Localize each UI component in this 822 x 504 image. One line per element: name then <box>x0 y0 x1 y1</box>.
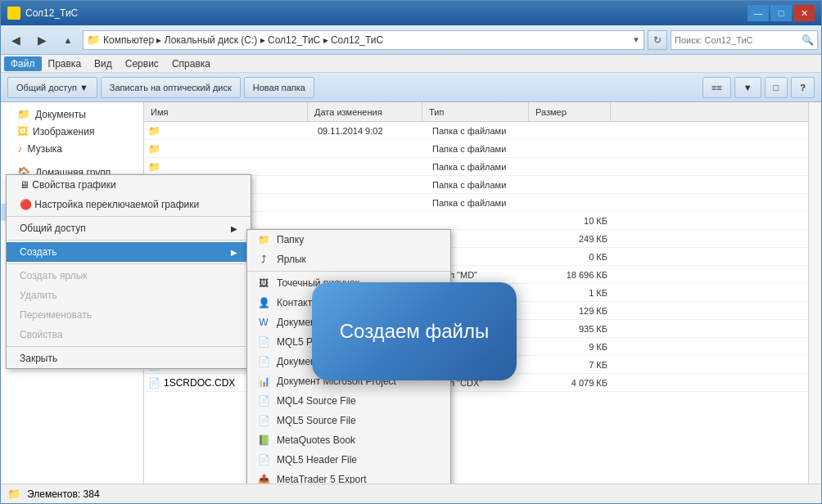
shortcut-icon: ⤴ <box>257 253 270 266</box>
scrollbar[interactable] <box>808 102 821 484</box>
sidebar-item-documents[interactable]: 📁 Документы <box>1 106 143 123</box>
tooltip-text: Создаем файлы <box>340 320 490 343</box>
mt5-icon: 📤 <box>257 473 270 484</box>
music-icon: ♪ <box>17 142 23 155</box>
folder-icon: 📁 <box>147 142 160 155</box>
address-path: Компьютер ▸ Локальный диск (C:) ▸ Сол12_… <box>103 34 629 46</box>
submenu-item-folder[interactable]: 📁 Папку <box>247 230 450 250</box>
menu-view[interactable]: Вид <box>88 56 119 71</box>
burn-button[interactable]: Записать на оптический диск <box>101 77 241 98</box>
menu-item-properties: Свойства <box>7 325 251 344</box>
table-row[interactable]: 📁 09.11.2014 9:02 Папка с файлами <box>144 122 808 140</box>
title-bar-left: Сол12_ТиС <box>7 7 78 20</box>
menu-item-create[interactable]: Создать ▶ <box>7 242 251 262</box>
new-folder-button[interactable]: Новая папка <box>244 77 314 98</box>
menu-item-shared-access[interactable]: Общий доступ ▶ <box>7 218 251 238</box>
project-icon: 📊 <box>257 375 270 388</box>
address-bar[interactable]: 📁 Компьютер ▸ Локальный диск (C:) ▸ Сол1… <box>83 30 644 50</box>
search-icon: 🔍 <box>802 34 814 46</box>
folder-icon: 📁 <box>147 160 160 173</box>
sidebar-section-favorites: 📁 Документы 🖼 Изображения ♪ Музыка <box>1 106 143 157</box>
shared-access-label: Общий доступ ▼ <box>16 83 88 92</box>
submenu-arrow-2: ▶ <box>231 248 237 257</box>
toolbar-right: ≡≡ ▼ □ ? <box>702 77 815 98</box>
search-bar[interactable]: 🔍 <box>671 30 818 50</box>
file-icon: 📄 <box>147 376 160 389</box>
file-menu-dropdown: 🖥 Свойства графики 🔴 Настройка переключа… <box>6 174 251 369</box>
status-bar: 📁 Элементов: 384 <box>1 484 821 503</box>
preview-button[interactable]: □ <box>765 77 788 98</box>
doc-icon: 📄 <box>257 355 270 368</box>
menu-edit[interactable]: Правка <box>42 56 88 71</box>
submenu-item-mql5[interactable]: 📄 MQL5 Source File <box>247 411 450 430</box>
menu-tools[interactable]: Сервис <box>119 56 165 71</box>
col-header-type[interactable]: Тип <box>422 102 529 121</box>
submenu-item-mt5export[interactable]: 📤 MetaTrader 5 Export <box>247 470 450 484</box>
sidebar-item-images[interactable]: 🖼 Изображения <box>1 123 143 140</box>
menu-item-delete: Удалить <box>7 286 251 305</box>
title-bar: Сол12_ТиС — □ ✕ <box>1 1 821 25</box>
table-row[interactable]: 📁 Папка с файлами <box>144 140 808 158</box>
back-button[interactable]: ◀ <box>4 29 27 51</box>
col-header-date[interactable]: Дата изменения <box>308 102 422 121</box>
sidebar-item-music[interactable]: ♪ Музыка <box>1 140 143 157</box>
tooltip-overlay: Создаем файлы <box>312 282 517 380</box>
toolbar: Общий доступ ▼ Записать на оптический ди… <box>1 73 821 102</box>
navigation-bar: ◀ ▶ ▲ 📁 Компьютер ▸ Локальный диск (C:) … <box>1 25 821 55</box>
bmp-icon: 🖼 <box>257 277 270 290</box>
new-folder-label: Новая папка <box>253 83 305 92</box>
submenu-item-metaquotes[interactable]: 📗 MetaQuotes Book <box>247 430 450 450</box>
col-header-name[interactable]: Имя <box>144 102 308 121</box>
metaquotes-icon: 📗 <box>257 434 270 447</box>
status-folder-icon: 📁 <box>7 488 20 500</box>
title-bar-controls: — □ ✕ <box>747 5 815 21</box>
contact-icon: 👤 <box>257 296 270 309</box>
window-icon <box>7 7 20 20</box>
folder-icon: 📁 <box>17 108 30 120</box>
mql5header-icon: 📄 <box>257 453 270 466</box>
submenu-arrow: ▶ <box>231 224 237 233</box>
table-row[interactable]: 📁 Папка с файлами <box>144 158 808 176</box>
submenu-item-shortcut[interactable]: ⤴ Ярлык <box>247 250 450 269</box>
folder-icon: 📁 <box>147 124 160 137</box>
main-window: Сол12_ТиС — □ ✕ ◀ ▶ ▲ 📁 Компьютер ▸ Лока… <box>0 0 822 504</box>
mql5-icon: 📄 <box>257 414 270 427</box>
minimize-button[interactable]: — <box>747 5 769 21</box>
mql4-icon: 📄 <box>257 394 270 407</box>
address-dropdown-arrow[interactable]: ▼ <box>632 35 640 44</box>
close-button[interactable]: ✕ <box>793 5 815 21</box>
search-input[interactable] <box>675 35 798 45</box>
burn-label: Записать на оптический диск <box>110 83 232 92</box>
forward-button[interactable]: ▶ <box>30 29 53 51</box>
up-button[interactable]: ▲ <box>56 29 79 51</box>
submenu-separator-1 <box>247 271 450 272</box>
col-header-size[interactable]: Размер <box>529 102 611 121</box>
menu-bar: Файл Правка Вид Сервис Справка <box>1 55 821 73</box>
help-button[interactable]: ? <box>791 77 815 98</box>
mql-icon: 📄 <box>257 335 270 349</box>
menu-file[interactable]: Файл <box>4 56 42 71</box>
view-icon-button[interactable]: ▼ <box>734 77 761 98</box>
menu-item-close[interactable]: Закрыть <box>7 349 251 368</box>
word-icon: W <box>257 316 270 329</box>
submenu-item-mql5header[interactable]: 📄 MQL5 Header File <box>247 450 450 470</box>
dropdown-separator-3 <box>7 263 251 264</box>
file-list-header: Имя Дата изменения Тип Размер <box>144 102 808 122</box>
shared-access-button[interactable]: Общий доступ ▼ <box>7 77 97 98</box>
folder-icon: 🖼 <box>17 125 28 137</box>
address-folder-icon: 📁 <box>87 34 100 46</box>
menu-item-graphics-properties[interactable]: 🖥 Свойства графики <box>7 175 251 195</box>
dropdown-separator-4 <box>7 346 251 347</box>
window-title: Сол12_ТиС <box>25 7 78 19</box>
status-count: Элементов: 384 <box>27 488 100 500</box>
view-list-button[interactable]: ≡≡ <box>702 77 731 98</box>
maximize-button[interactable]: □ <box>770 5 792 21</box>
menu-item-switchable-graphics[interactable]: 🔴 Настройка переключаемой графики <box>7 195 251 214</box>
menu-help[interactable]: Справка <box>165 56 217 71</box>
main-area: 📁 Документы 🖼 Изображения ♪ Музыка 🏠 Дом… <box>1 102 821 484</box>
refresh-button[interactable]: ↻ <box>648 30 667 50</box>
dropdown-separator-1 <box>7 216 251 217</box>
folder-icon: 📁 <box>257 233 270 246</box>
submenu-item-mql4[interactable]: 📄 MQL4 Source File <box>247 391 450 411</box>
dropdown-separator-2 <box>7 240 251 241</box>
